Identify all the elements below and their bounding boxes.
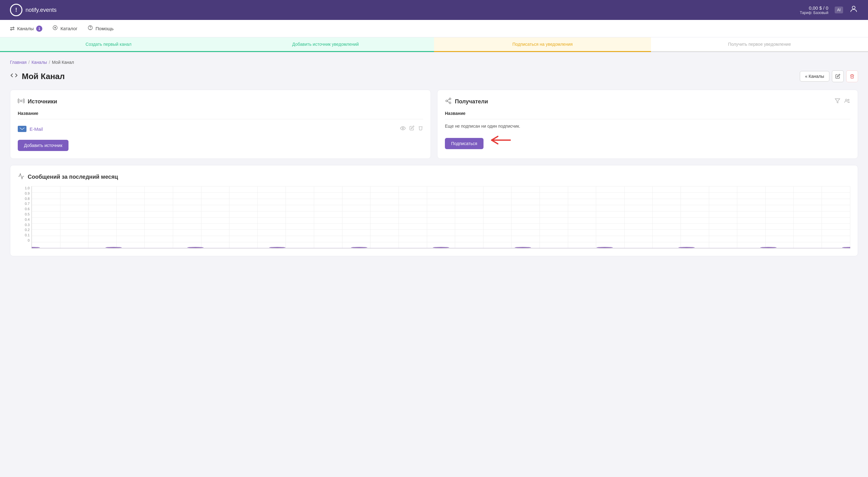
svg-point-21 bbox=[433, 247, 449, 248]
sources-card: Источники Название E-Mail bbox=[10, 90, 431, 159]
subscribe-button[interactable]: Подписаться bbox=[445, 138, 484, 149]
view-source-icon[interactable] bbox=[400, 125, 406, 132]
svg-point-9 bbox=[446, 100, 448, 102]
recipients-title-text: Получатели bbox=[455, 98, 488, 105]
nav-catalog-label: Каталог bbox=[60, 26, 78, 31]
y-label-02: 0.2 bbox=[18, 228, 30, 232]
step-1[interactable]: Создать первый канал bbox=[0, 37, 217, 52]
edit-button[interactable] bbox=[832, 70, 844, 82]
sources-table-header: Название bbox=[18, 111, 423, 119]
subscribe-row: Подписаться bbox=[445, 134, 850, 149]
svg-point-26 bbox=[842, 247, 850, 248]
email-icon bbox=[18, 126, 27, 132]
balance-plan: Тариф: Базовый bbox=[800, 10, 829, 15]
step-2[interactable]: Добавить источник уведомлений bbox=[217, 37, 434, 52]
chart-icon bbox=[18, 173, 25, 181]
y-label-08: 0.8 bbox=[18, 197, 30, 200]
lang-badge[interactable]: AI bbox=[835, 6, 843, 13]
logo-text: notify.events bbox=[26, 7, 57, 13]
svg-point-22 bbox=[515, 247, 531, 248]
breadcrumb-sep-2: / bbox=[49, 60, 50, 65]
nav-help[interactable]: Помощь bbox=[88, 20, 114, 37]
svg-point-17 bbox=[105, 247, 122, 248]
svg-point-14 bbox=[845, 99, 847, 101]
nav-channels[interactable]: ⇄ Каналы 1 bbox=[10, 20, 42, 37]
svg-point-2 bbox=[55, 27, 56, 28]
step-2-label: Добавить источник уведомлений bbox=[292, 42, 359, 47]
catalog-icon bbox=[52, 25, 58, 32]
user-icon[interactable] bbox=[849, 5, 858, 15]
step-1-label: Создать первый канал bbox=[86, 42, 131, 47]
step-4[interactable]: Получить первое уведомление bbox=[651, 37, 868, 52]
svg-point-10 bbox=[449, 102, 451, 104]
nav: ⇄ Каналы 1 Каталог Помощь bbox=[0, 20, 868, 37]
edit-source-icon[interactable] bbox=[409, 125, 414, 132]
recipients-card: Получатели bbox=[437, 90, 858, 159]
header-right: 0,00 $ / 0 Тариф: Базовый AI bbox=[800, 5, 858, 15]
svg-point-20 bbox=[351, 247, 367, 248]
delete-button[interactable] bbox=[846, 70, 858, 82]
nav-help-label: Помощь bbox=[96, 26, 114, 31]
svg-point-19 bbox=[269, 247, 285, 248]
svg-point-0 bbox=[852, 6, 855, 9]
recipients-header: Получатели bbox=[445, 97, 850, 106]
recipients-title: Получатели bbox=[445, 97, 488, 106]
sources-title-text: Источники bbox=[28, 98, 57, 105]
step-3[interactable]: Подписаться на уведомления bbox=[434, 37, 651, 52]
recipients-icon bbox=[445, 97, 452, 106]
channels-badge: 1 bbox=[36, 26, 42, 32]
svg-point-4 bbox=[90, 29, 90, 29]
svg-point-7 bbox=[402, 128, 404, 129]
chart-title: Сообщений за последний месяц bbox=[18, 173, 850, 181]
header: ! notify.events 0,00 $ / 0 Тариф: Базовы… bbox=[0, 0, 868, 20]
breadcrumb-channels[interactable]: Каналы bbox=[31, 60, 47, 65]
chart-title-text: Сообщений за последний месяц bbox=[28, 174, 118, 180]
breadcrumb-sep-1: / bbox=[28, 60, 30, 65]
y-label-06: 0.6 bbox=[18, 207, 30, 211]
step-3-label: Подписаться на уведомления bbox=[513, 42, 573, 47]
svg-rect-6 bbox=[19, 127, 25, 131]
source-name[interactable]: E-Mail bbox=[18, 126, 43, 132]
recipients-actions bbox=[835, 98, 850, 105]
chart-y-axis: 1.0 0.9 0.8 0.7 0.6 0.5 0.4 0.3 0.2 0.1 … bbox=[18, 186, 30, 242]
svg-point-8 bbox=[449, 98, 451, 100]
svg-point-18 bbox=[187, 247, 204, 248]
breadcrumb-home[interactable]: Главная bbox=[10, 60, 27, 65]
chart-card: Сообщений за последний месяц 1.0 0.9 0.8… bbox=[10, 165, 858, 256]
y-label-00: 0 bbox=[18, 238, 30, 242]
breadcrumb-current: Мой Канал bbox=[52, 60, 74, 65]
delete-source-icon[interactable] bbox=[418, 125, 423, 132]
help-icon bbox=[88, 25, 93, 32]
y-label-10: 1.0 bbox=[18, 186, 30, 190]
y-label-05: 0.5 bbox=[18, 212, 30, 216]
logo-area[interactable]: ! notify.events bbox=[10, 4, 57, 16]
source-name-text: E-Mail bbox=[30, 126, 43, 132]
source-row: E-Mail bbox=[18, 122, 423, 135]
y-label-04: 0.4 bbox=[18, 218, 30, 221]
chart-wrapper: 1.0 0.9 0.8 0.7 0.6 0.5 0.4 0.3 0.2 0.1 … bbox=[31, 186, 850, 249]
filter-icon[interactable] bbox=[835, 98, 840, 105]
y-label-01: 0.1 bbox=[18, 233, 30, 237]
breadcrumb: Главная / Каналы / Мой Канал bbox=[10, 60, 858, 65]
title-actions: « Каналы bbox=[800, 70, 858, 82]
svg-point-15 bbox=[848, 99, 849, 101]
svg-line-12 bbox=[447, 99, 449, 101]
chart-svg bbox=[32, 186, 850, 248]
cards-row: Источники Название E-Mail bbox=[10, 90, 858, 159]
back-button[interactable]: « Каналы bbox=[800, 71, 829, 82]
page-title-row: Мой Канал « Каналы bbox=[10, 70, 858, 82]
nav-catalog[interactable]: Каталог bbox=[52, 20, 78, 37]
recipients-table-header: Название bbox=[445, 111, 850, 119]
page-title: Мой Канал bbox=[10, 71, 65, 81]
svg-point-23 bbox=[596, 247, 613, 248]
svg-line-11 bbox=[447, 101, 449, 102]
channels-icon: ⇄ bbox=[10, 25, 14, 32]
group-icon[interactable] bbox=[844, 98, 850, 105]
balance-area: 0,00 $ / 0 Тариф: Базовый bbox=[800, 5, 829, 15]
add-source-button[interactable]: Добавить источник bbox=[18, 140, 68, 151]
svg-point-24 bbox=[678, 247, 695, 248]
nav-channels-label: Каналы bbox=[17, 26, 34, 31]
svg-point-25 bbox=[760, 247, 777, 248]
logo-icon: ! bbox=[10, 4, 23, 16]
source-actions bbox=[400, 125, 423, 132]
